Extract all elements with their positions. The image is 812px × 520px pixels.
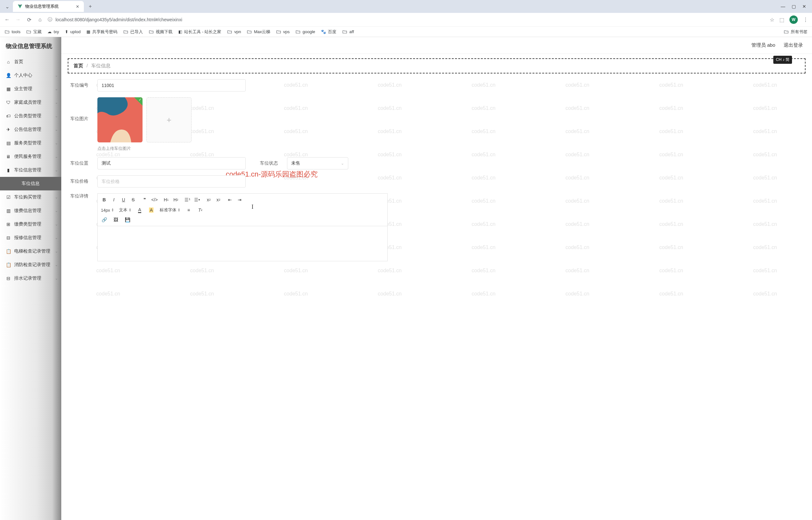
home-button[interactable]: ⌂ <box>37 17 43 23</box>
sidebar-item-便民服务管理[interactable]: 🖥便民服务管理⌄ <box>0 150 61 163</box>
sidebar-item-服务类型管理[interactable]: ▤服务类型管理⌄ <box>0 136 61 150</box>
browser-tab[interactable]: 物业信息管理系统 ✕ <box>13 1 84 12</box>
image-button[interactable]: 🖼 <box>113 216 119 223</box>
tab-close-icon[interactable]: ✕ <box>76 4 79 9</box>
select-parking-status[interactable]: 未售 ⌄ <box>287 157 348 170</box>
link-button[interactable]: 🔗 <box>101 216 107 223</box>
logout-link[interactable]: 退出登录 <box>784 42 803 48</box>
sidebar-item-公告信息管理[interactable]: ✈公告信息管理⌄ <box>0 123 61 136</box>
upload-image-button[interactable]: + <box>146 97 192 142</box>
highlight-button[interactable]: A <box>148 207 154 214</box>
quote-button[interactable]: ❞ <box>142 196 148 203</box>
bookmark-star-icon[interactable]: ☆ <box>770 17 774 23</box>
bookmark-item[interactable]: ⬆uplod <box>65 29 81 34</box>
profile-avatar[interactable]: W <box>789 16 798 24</box>
subscript-button[interactable]: x2 <box>205 196 212 203</box>
sidebar-item-首页[interactable]: ⌂首页 <box>0 55 61 69</box>
sidebar-item-消防检查记录管理[interactable]: 📋消防检查记录管理⌄ <box>0 258 61 271</box>
save-button[interactable]: 💾 <box>124 216 131 223</box>
breadcrumb-root[interactable]: 首页 <box>74 63 83 68</box>
updown-icon: ▲▼ <box>111 208 114 212</box>
ordered-list-button[interactable]: ☰¹ <box>184 196 191 203</box>
maximize-button[interactable]: ▢ <box>792 4 796 9</box>
italic-button[interactable]: I <box>110 196 117 203</box>
sidebar-item-个人中心[interactable]: 👤个人中心⌄ <box>0 69 61 82</box>
bookmark-item[interactable]: Max云梯 <box>247 29 270 35</box>
extensions-icon[interactable]: ⬚ <box>780 17 784 23</box>
h1-button[interactable]: H1 <box>163 196 169 203</box>
text-color-button[interactable]: A <box>137 207 143 214</box>
watermark-grey: code51.cn <box>624 259 718 282</box>
editor-content[interactable] <box>97 226 388 261</box>
back-button[interactable]: ← <box>4 17 10 23</box>
sidebar-item-业主管理[interactable]: ▦业主管理⌄ <box>0 82 61 96</box>
address-bar: ← → ⟳ ⌂ ⓘ localhost:8080/django435y5/adm… <box>0 13 812 26</box>
sidebar-item-缴费信息管理[interactable]: ▥缴费信息管理⌄ <box>0 204 61 217</box>
indent-decrease-button[interactable]: ⇤ <box>227 196 233 203</box>
sidebar-item-家庭成员管理[interactable]: 🛡家庭成员管理⌄ <box>0 96 61 109</box>
superscript-button[interactable]: x2 <box>215 196 222 203</box>
watermark-grey: code51.cn <box>437 282 531 306</box>
chevron-down-icon: ⌄ <box>55 87 58 91</box>
bookmark-item[interactable]: 已导入 <box>123 29 143 35</box>
watermark-grey: code51.cn <box>61 259 155 282</box>
indent-increase-button[interactable]: ⇥ <box>237 196 243 203</box>
select-value: 未售 <box>291 160 300 166</box>
sidebar-item-缴费类型管理[interactable]: ⊞缴费类型管理⌄ <box>0 217 61 231</box>
strikethrough-button[interactable]: S <box>130 196 137 203</box>
sidebar-item-车位信息管理[interactable]: ▮车位信息管理⌄ <box>0 163 61 177</box>
font-size-select[interactable]: 14px ▲▼ <box>101 208 114 213</box>
form-area: code51.cncode51.cncode51.cncode51.cncode… <box>61 74 812 520</box>
new-tab-button[interactable]: + <box>86 2 95 11</box>
sidebar-item-车位信息[interactable]: 车位信息 <box>0 177 61 190</box>
url-field[interactable]: ⓘ localhost:8080/django435y5/admin/dist/… <box>48 17 765 23</box>
bookmark-item[interactable]: ▦共享账号密码 <box>87 29 117 35</box>
font-family-select[interactable]: 标准字体 ▲▼ <box>159 207 180 213</box>
h2-button[interactable]: H2 <box>173 196 179 203</box>
folder-icon <box>342 29 347 34</box>
text-style-select[interactable]: 文本 ▲▼ <box>119 207 131 213</box>
reload-button[interactable]: ⟳ <box>26 17 32 23</box>
underline-button[interactable]: U <box>120 196 127 203</box>
close-window-button[interactable]: ✕ <box>802 4 806 9</box>
align-button[interactable]: ≡ <box>186 207 192 214</box>
bookmark-item[interactable]: vpn <box>227 29 241 34</box>
sidebar-item-车位购买管理[interactable]: ☑车位购买管理⌄ <box>0 190 61 204</box>
sidebar-item-电梯检查记录管理[interactable]: 📋电梯检查记录管理⌄ <box>0 244 61 258</box>
sidebar-item-报修信息管理[interactable]: ⊟报修信息管理⌄ <box>0 231 61 244</box>
minimize-button[interactable]: — <box>781 4 785 9</box>
bookmark-item[interactable]: aff <box>342 29 354 34</box>
tab-list-dropdown[interactable]: ⌄ <box>3 3 11 10</box>
bookmark-item[interactable]: 宝藏 <box>26 29 42 35</box>
bookmark-item[interactable]: tools <box>4 29 20 34</box>
forward-button[interactable]: → <box>15 17 21 23</box>
row-parking-detail: 车位详情 B I U S ❞ </> <box>70 193 803 261</box>
unordered-list-button[interactable]: ☰• <box>194 196 200 203</box>
site-info-icon[interactable]: ⓘ <box>48 17 52 23</box>
sidebar-item-公告类型管理[interactable]: 🏷公告类型管理⌄ <box>0 109 61 123</box>
menu-icon[interactable]: ⋮ <box>803 17 808 23</box>
admin-label[interactable]: 管理员 abo <box>752 42 775 48</box>
bookmark-item[interactable]: 视频下载 <box>149 29 173 35</box>
input-parking-number[interactable] <box>97 79 246 92</box>
chevron-down-icon: ⌄ <box>55 141 58 145</box>
bookmark-item[interactable]: ◧站长工具 - 站长之家 <box>178 29 222 35</box>
sidebar-item-排水记录管理[interactable]: ⊟排水记录管理⌄ <box>0 271 61 285</box>
bookmark-item[interactable]: google <box>295 29 315 34</box>
all-bookmarks[interactable]: 所有书签 <box>784 29 808 35</box>
sidebar-item-label: 车位购买管理 <box>14 194 41 200</box>
bookmark-item[interactable]: 🐾百度 <box>321 29 336 35</box>
input-parking-location[interactable] <box>97 157 246 170</box>
sidebar-item-label: 业主管理 <box>14 86 32 92</box>
app-title: 物业信息管理系统 <box>0 37 61 55</box>
bookmark-item[interactable]: vps <box>276 29 290 34</box>
clear-format-button[interactable]: Tx <box>197 207 203 214</box>
code-button[interactable]: </> <box>151 196 158 203</box>
chevron-down-icon: ⌄ <box>341 161 344 165</box>
label-parking-price: 车位价格 <box>70 179 93 184</box>
bold-button[interactable]: B <box>101 196 107 203</box>
clipboard-icon: 📋 <box>6 262 11 267</box>
input-parking-price[interactable] <box>97 175 246 187</box>
bookmark-item[interactable]: ☁txy <box>47 29 59 34</box>
uploaded-image-thumb[interactable] <box>97 97 143 142</box>
